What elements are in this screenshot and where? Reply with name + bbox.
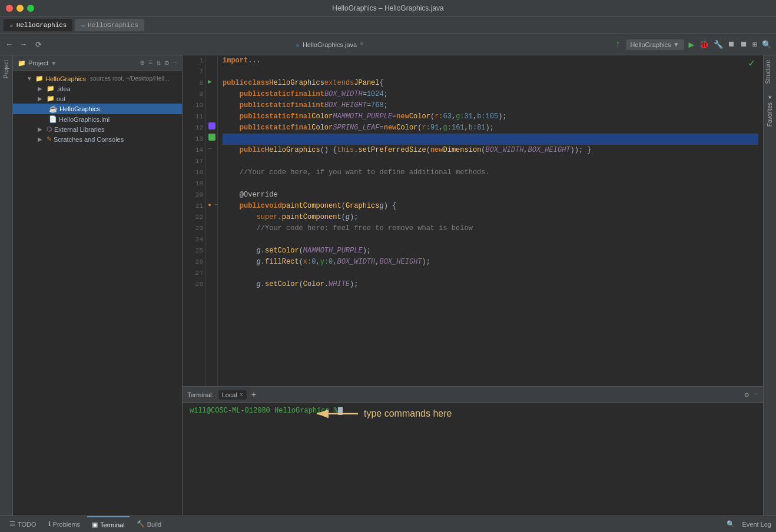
code-line-27 (223, 268, 758, 279)
terminal-local-tab[interactable]: Local × (218, 390, 247, 400)
expand-button[interactable]: ⇅ (157, 58, 161, 68)
event-log-label[interactable]: Event Log (742, 521, 771, 528)
terminal-minimize-icon[interactable]: − (754, 390, 758, 400)
todo-tab[interactable]: ☰ TODO (5, 516, 41, 532)
collapse-all-button[interactable]: ≡ (148, 58, 153, 68)
tree-idea[interactable]: ▶ 📁 .idea (13, 84, 182, 94)
close-panel-button[interactable]: − (173, 58, 177, 68)
java-icon: ☕ (296, 41, 300, 48)
coverage-button[interactable]: 🔧 (714, 40, 723, 49)
app-tab-hellographics-2[interactable]: ☕ HelloGraphics (75, 19, 144, 31)
ln-9: 9 (185, 89, 203, 100)
recent-files-button[interactable]: ⟳ (33, 39, 44, 51)
code-line-19 (223, 178, 758, 189)
root-label: HelloGraphics (45, 75, 86, 82)
bottom-tabs: ☰ TODO ℹ Problems ▣ Terminal 🔨 Build (0, 516, 171, 532)
expand-arrow: ▶ (38, 95, 45, 102)
back-button[interactable]: ← (5, 39, 14, 50)
code-line-26: g.fillRect( x: 0, y: 0, BOX_WIDTH, BOX_H… (223, 257, 758, 268)
settings-icon[interactable]: ⚙ (164, 58, 169, 68)
search-button[interactable]: 🔍 (762, 40, 771, 49)
layout-button[interactable]: ⊞ (752, 40, 757, 49)
run-config-label: HelloGraphics (631, 41, 671, 48)
out-label: out (57, 95, 65, 102)
stop-button[interactable]: ⏹ (740, 40, 748, 49)
root-folder-icon: 📁 (35, 75, 44, 82)
run-button[interactable]: ▶ (689, 39, 695, 51)
favorites-tab[interactable]: ★ Favorites (764, 89, 776, 130)
favorites-label: Favorites (767, 102, 773, 127)
project-side-tab[interactable]: Project (2, 55, 11, 83)
command-hint-text: type commands here (364, 408, 452, 419)
gutter-indicator-21: ● (208, 201, 211, 209)
ln-13: 13 (185, 134, 203, 145)
build-tab[interactable]: 🔨 Build (132, 516, 166, 532)
expand-arrow: ▼ (26, 75, 34, 82)
ln-11: 11 (185, 111, 203, 122)
app-tab-bar: ☕ HelloGraphics ☕ HelloGraphics (0, 16, 776, 34)
toolbar-left: ← → ⟳ (5, 39, 44, 51)
out-folder-icon: 📁 (47, 95, 55, 102)
left-side-tabs: Project (0, 55, 13, 516)
terminal-add-tab[interactable]: + (251, 390, 256, 400)
ln-22: 22 (185, 212, 203, 223)
todo-label: TODO (18, 521, 37, 528)
project-label: Project (28, 59, 48, 66)
code-line-11: public static final Color MAMMOTH_PURPLE… (223, 111, 758, 122)
event-log-icon: 🔍 (727, 520, 735, 528)
fold-arrow-21[interactable]: − (214, 201, 218, 209)
editor-tab-close[interactable]: × (360, 41, 363, 48)
ln-1: 1 (185, 55, 203, 66)
ln-18: 18 (185, 167, 203, 178)
terminal-tab-bottom[interactable]: ▣ Terminal (87, 516, 130, 532)
tree-scratches[interactable]: ▶ ✎ Scratches and Consoles (13, 134, 182, 144)
problems-label: Problems (53, 521, 80, 528)
forward-button[interactable]: → (19, 39, 28, 50)
tree-ext-libs[interactable]: ▶ ⌬ External Libraries (13, 124, 182, 134)
expand-arrow: ▶ (38, 136, 45, 142)
main-toolbar: ← → ⟳ ☕ HelloGraphics.java × ↑ HelloGrap… (0, 34, 776, 55)
problems-tab[interactable]: ℹ Problems (44, 516, 85, 532)
terminal-settings-icon[interactable]: ⚙ (744, 390, 749, 400)
folder-icon: 📁 (18, 59, 26, 67)
ln-20: 20 (185, 189, 203, 201)
code-content[interactable]: import ... public class HelloGraphics ex… (218, 55, 763, 386)
tree-out[interactable]: ▶ 📁 out (13, 94, 182, 104)
tree-hellographics-java[interactable]: ☕ HelloGraphics (13, 104, 182, 114)
root-sublabel: sources root, ~/Desktop/Hell... (90, 75, 169, 82)
fold-arrow-8[interactable]: ▶ (208, 78, 212, 86)
maximize-button[interactable] (27, 5, 34, 12)
editor-file-tab[interactable]: ☕ HelloGraphics.java × (291, 39, 368, 50)
structure-tab[interactable]: Structure (764, 55, 776, 89)
close-button[interactable] (6, 5, 13, 12)
main-layout: Project 📁 Project ▼ ⊕ ≡ ⇅ ⚙ − ▼ 📁 (0, 55, 776, 516)
run-configuration[interactable]: HelloGraphics ▼ (626, 39, 684, 50)
code-line-20: @Override (223, 189, 758, 201)
app-tab-label-2: HelloGraphics (88, 22, 138, 29)
terminal-content[interactable]: will@COSC-ML-012080 HelloGraphics % type… (183, 403, 763, 516)
gutter: ▶ ● − − (206, 55, 218, 386)
fold-arrow-14[interactable]: − (208, 145, 211, 153)
code-line-1: import ... (223, 55, 758, 66)
file-tree: ▼ 📁 HelloGraphics sources root, ~/Deskto… (13, 71, 182, 516)
scope-button[interactable]: ⊕ (140, 58, 145, 68)
iml-icon: 📄 (49, 115, 57, 123)
hellographics-java-label: HelloGraphics (59, 105, 100, 112)
ln-8: 8 (185, 78, 203, 89)
profile-button[interactable]: ⏹ (728, 40, 735, 49)
debug-button[interactable]: 🐞 (699, 39, 709, 49)
terminal-header: Terminal: Local × + ⚙ − (183, 387, 763, 403)
tree-root[interactable]: ▼ 📁 HelloGraphics sources root, ~/Deskto… (13, 74, 182, 84)
terminal-tab-close[interactable]: × (240, 391, 243, 398)
minimize-button[interactable] (16, 5, 24, 12)
success-checkmark: ✓ (748, 58, 755, 69)
tree-iml[interactable]: 📄 HelloGraphics.iml (13, 114, 182, 124)
build-icon: 🔨 (137, 520, 145, 528)
toolbar-center: ☕ HelloGraphics.java × (291, 39, 368, 50)
app-tab-hellographics-1[interactable]: ☕ HelloGraphics (4, 19, 72, 31)
vcs-icon[interactable]: ↑ (615, 39, 621, 50)
ln-25: 25 (185, 245, 203, 257)
terminal-prompt-line: will@COSC-ML-012080 HelloGraphics % (190, 407, 756, 415)
ln-19: 19 (185, 178, 203, 189)
right-side-panel: Structure ★ Favorites (763, 55, 776, 516)
